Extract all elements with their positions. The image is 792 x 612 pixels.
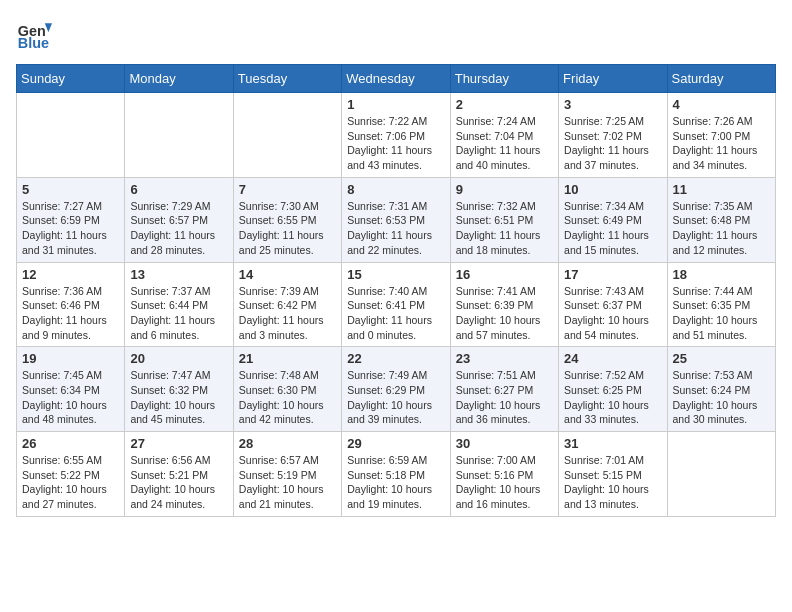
- day-number: 8: [347, 182, 444, 197]
- calendar-day-cell: 1Sunrise: 7:22 AM Sunset: 7:06 PM Daylig…: [342, 93, 450, 178]
- day-number: 30: [456, 436, 553, 451]
- day-of-week-header: Thursday: [450, 65, 558, 93]
- day-number: 28: [239, 436, 336, 451]
- day-number: 21: [239, 351, 336, 366]
- calendar-week-row: 26Sunrise: 6:55 AM Sunset: 5:22 PM Dayli…: [17, 432, 776, 517]
- day-info: Sunrise: 7:01 AM Sunset: 5:15 PM Dayligh…: [564, 453, 661, 512]
- day-info: Sunrise: 6:59 AM Sunset: 5:18 PM Dayligh…: [347, 453, 444, 512]
- day-of-week-header: Sunday: [17, 65, 125, 93]
- day-info: Sunrise: 6:57 AM Sunset: 5:19 PM Dayligh…: [239, 453, 336, 512]
- calendar-week-row: 1Sunrise: 7:22 AM Sunset: 7:06 PM Daylig…: [17, 93, 776, 178]
- day-number: 24: [564, 351, 661, 366]
- day-number: 12: [22, 267, 119, 282]
- calendar-day-cell: 24Sunrise: 7:52 AM Sunset: 6:25 PM Dayli…: [559, 347, 667, 432]
- calendar-day-cell: 25Sunrise: 7:53 AM Sunset: 6:24 PM Dayli…: [667, 347, 775, 432]
- calendar-day-cell: 3Sunrise: 7:25 AM Sunset: 7:02 PM Daylig…: [559, 93, 667, 178]
- day-number: 20: [130, 351, 227, 366]
- day-number: 29: [347, 436, 444, 451]
- day-number: 23: [456, 351, 553, 366]
- day-number: 14: [239, 267, 336, 282]
- day-info: Sunrise: 7:30 AM Sunset: 6:55 PM Dayligh…: [239, 199, 336, 258]
- day-number: 19: [22, 351, 119, 366]
- day-info: Sunrise: 7:48 AM Sunset: 6:30 PM Dayligh…: [239, 368, 336, 427]
- day-number: 25: [673, 351, 770, 366]
- day-info: Sunrise: 6:55 AM Sunset: 5:22 PM Dayligh…: [22, 453, 119, 512]
- calendar-day-cell: 22Sunrise: 7:49 AM Sunset: 6:29 PM Dayli…: [342, 347, 450, 432]
- day-info: Sunrise: 7:34 AM Sunset: 6:49 PM Dayligh…: [564, 199, 661, 258]
- day-info: Sunrise: 7:35 AM Sunset: 6:48 PM Dayligh…: [673, 199, 770, 258]
- day-info: Sunrise: 7:45 AM Sunset: 6:34 PM Dayligh…: [22, 368, 119, 427]
- day-info: Sunrise: 7:00 AM Sunset: 5:16 PM Dayligh…: [456, 453, 553, 512]
- day-info: Sunrise: 7:40 AM Sunset: 6:41 PM Dayligh…: [347, 284, 444, 343]
- calendar-day-cell: 5Sunrise: 7:27 AM Sunset: 6:59 PM Daylig…: [17, 177, 125, 262]
- day-number: 9: [456, 182, 553, 197]
- calendar-day-cell: 6Sunrise: 7:29 AM Sunset: 6:57 PM Daylig…: [125, 177, 233, 262]
- day-number: 11: [673, 182, 770, 197]
- day-info: Sunrise: 7:29 AM Sunset: 6:57 PM Dayligh…: [130, 199, 227, 258]
- calendar-day-cell: 4Sunrise: 7:26 AM Sunset: 7:00 PM Daylig…: [667, 93, 775, 178]
- day-number: 3: [564, 97, 661, 112]
- calendar-day-cell: 31Sunrise: 7:01 AM Sunset: 5:15 PM Dayli…: [559, 432, 667, 517]
- day-number: 5: [22, 182, 119, 197]
- calendar-day-cell: 26Sunrise: 6:55 AM Sunset: 5:22 PM Dayli…: [17, 432, 125, 517]
- calendar-day-cell: [667, 432, 775, 517]
- day-info: Sunrise: 7:44 AM Sunset: 6:35 PM Dayligh…: [673, 284, 770, 343]
- calendar-day-cell: [233, 93, 341, 178]
- day-info: Sunrise: 7:37 AM Sunset: 6:44 PM Dayligh…: [130, 284, 227, 343]
- calendar-day-cell: 12Sunrise: 7:36 AM Sunset: 6:46 PM Dayli…: [17, 262, 125, 347]
- day-number: 2: [456, 97, 553, 112]
- calendar-day-cell: 21Sunrise: 7:48 AM Sunset: 6:30 PM Dayli…: [233, 347, 341, 432]
- calendar-week-row: 19Sunrise: 7:45 AM Sunset: 6:34 PM Dayli…: [17, 347, 776, 432]
- calendar-day-cell: 10Sunrise: 7:34 AM Sunset: 6:49 PM Dayli…: [559, 177, 667, 262]
- day-info: Sunrise: 7:27 AM Sunset: 6:59 PM Dayligh…: [22, 199, 119, 258]
- day-info: Sunrise: 7:36 AM Sunset: 6:46 PM Dayligh…: [22, 284, 119, 343]
- day-number: 1: [347, 97, 444, 112]
- calendar-day-cell: 18Sunrise: 7:44 AM Sunset: 6:35 PM Dayli…: [667, 262, 775, 347]
- svg-text:Blue: Blue: [18, 35, 49, 51]
- calendar-day-cell: 2Sunrise: 7:24 AM Sunset: 7:04 PM Daylig…: [450, 93, 558, 178]
- day-number: 10: [564, 182, 661, 197]
- day-number: 13: [130, 267, 227, 282]
- calendar-day-cell: 29Sunrise: 6:59 AM Sunset: 5:18 PM Dayli…: [342, 432, 450, 517]
- day-info: Sunrise: 7:53 AM Sunset: 6:24 PM Dayligh…: [673, 368, 770, 427]
- calendar-day-cell: 13Sunrise: 7:37 AM Sunset: 6:44 PM Dayli…: [125, 262, 233, 347]
- calendar-day-cell: 14Sunrise: 7:39 AM Sunset: 6:42 PM Dayli…: [233, 262, 341, 347]
- calendar-header-row: SundayMondayTuesdayWednesdayThursdayFrid…: [17, 65, 776, 93]
- svg-marker-2: [45, 23, 52, 32]
- calendar-day-cell: [17, 93, 125, 178]
- day-info: Sunrise: 7:31 AM Sunset: 6:53 PM Dayligh…: [347, 199, 444, 258]
- day-of-week-header: Tuesday: [233, 65, 341, 93]
- day-info: Sunrise: 7:32 AM Sunset: 6:51 PM Dayligh…: [456, 199, 553, 258]
- day-info: Sunrise: 7:26 AM Sunset: 7:00 PM Dayligh…: [673, 114, 770, 173]
- day-info: Sunrise: 7:52 AM Sunset: 6:25 PM Dayligh…: [564, 368, 661, 427]
- calendar-day-cell: 17Sunrise: 7:43 AM Sunset: 6:37 PM Dayli…: [559, 262, 667, 347]
- day-of-week-header: Wednesday: [342, 65, 450, 93]
- calendar-week-row: 5Sunrise: 7:27 AM Sunset: 6:59 PM Daylig…: [17, 177, 776, 262]
- day-info: Sunrise: 7:51 AM Sunset: 6:27 PM Dayligh…: [456, 368, 553, 427]
- day-number: 7: [239, 182, 336, 197]
- day-of-week-header: Saturday: [667, 65, 775, 93]
- day-info: Sunrise: 7:39 AM Sunset: 6:42 PM Dayligh…: [239, 284, 336, 343]
- calendar-table: SundayMondayTuesdayWednesdayThursdayFrid…: [16, 64, 776, 517]
- calendar-day-cell: 8Sunrise: 7:31 AM Sunset: 6:53 PM Daylig…: [342, 177, 450, 262]
- day-number: 6: [130, 182, 227, 197]
- calendar-day-cell: 15Sunrise: 7:40 AM Sunset: 6:41 PM Dayli…: [342, 262, 450, 347]
- day-of-week-header: Monday: [125, 65, 233, 93]
- calendar-day-cell: 19Sunrise: 7:45 AM Sunset: 6:34 PM Dayli…: [17, 347, 125, 432]
- day-info: Sunrise: 7:49 AM Sunset: 6:29 PM Dayligh…: [347, 368, 444, 427]
- day-info: Sunrise: 7:24 AM Sunset: 7:04 PM Dayligh…: [456, 114, 553, 173]
- day-number: 15: [347, 267, 444, 282]
- day-number: 31: [564, 436, 661, 451]
- day-info: Sunrise: 7:41 AM Sunset: 6:39 PM Dayligh…: [456, 284, 553, 343]
- day-number: 4: [673, 97, 770, 112]
- calendar-day-cell: 11Sunrise: 7:35 AM Sunset: 6:48 PM Dayli…: [667, 177, 775, 262]
- calendar-day-cell: 16Sunrise: 7:41 AM Sunset: 6:39 PM Dayli…: [450, 262, 558, 347]
- calendar-day-cell: 20Sunrise: 7:47 AM Sunset: 6:32 PM Dayli…: [125, 347, 233, 432]
- page-header: Gen Blue: [16, 16, 776, 52]
- day-info: Sunrise: 6:56 AM Sunset: 5:21 PM Dayligh…: [130, 453, 227, 512]
- day-of-week-header: Friday: [559, 65, 667, 93]
- day-number: 22: [347, 351, 444, 366]
- day-info: Sunrise: 7:47 AM Sunset: 6:32 PM Dayligh…: [130, 368, 227, 427]
- calendar-day-cell: [125, 93, 233, 178]
- calendar-week-row: 12Sunrise: 7:36 AM Sunset: 6:46 PM Dayli…: [17, 262, 776, 347]
